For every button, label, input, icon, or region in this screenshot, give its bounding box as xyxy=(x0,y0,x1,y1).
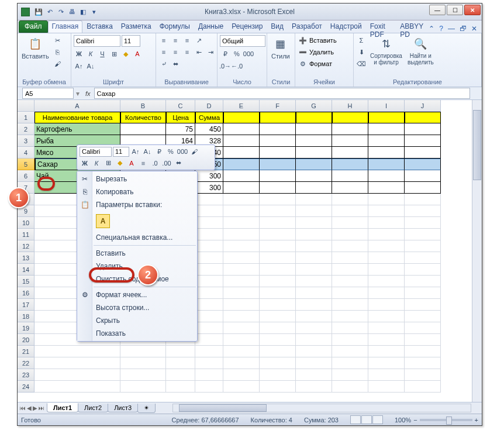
cell[interactable] xyxy=(195,229,223,240)
mini-shrink-icon[interactable]: A↓ xyxy=(142,146,153,157)
cell[interactable] xyxy=(195,357,223,369)
view-normal-icon[interactable] xyxy=(350,415,361,424)
cell[interactable] xyxy=(223,182,260,194)
cell[interactable] xyxy=(405,182,441,194)
font-color-button[interactable]: A xyxy=(132,49,143,59)
cell[interactable] xyxy=(405,346,441,357)
cell[interactable] xyxy=(405,311,441,322)
cell[interactable] xyxy=(223,264,260,276)
paste-values-button[interactable]: A xyxy=(96,214,110,228)
cell[interactable] xyxy=(195,369,223,381)
comma-icon[interactable]: 000 xyxy=(243,49,254,59)
cell[interactable] xyxy=(260,252,296,264)
cells-format-button[interactable]: ⚙Формат xyxy=(298,58,337,69)
cell[interactable] xyxy=(405,357,441,369)
row-header-12[interactable]: 12 xyxy=(18,240,34,252)
cell[interactable] xyxy=(332,159,368,170)
ctx-hide[interactable]: Скрыть xyxy=(77,314,197,327)
cell[interactable] xyxy=(34,381,120,393)
tab-foxit[interactable]: Foxit PDF xyxy=(366,20,396,33)
cell[interactable]: Сумма xyxy=(195,112,223,123)
cell[interactable] xyxy=(296,346,332,357)
name-box[interactable]: A5 xyxy=(22,88,74,99)
cell[interactable] xyxy=(120,381,166,393)
cell[interactable] xyxy=(195,299,223,311)
ctx-insert[interactable]: Вставить xyxy=(77,247,197,260)
cell[interactable] xyxy=(260,147,296,159)
cell[interactable] xyxy=(332,135,368,147)
minimize-button[interactable]: — xyxy=(429,5,446,15)
cell[interactable] xyxy=(332,182,368,194)
col-header-A[interactable]: A xyxy=(34,100,120,112)
cell[interactable] xyxy=(332,252,368,264)
cell[interactable] xyxy=(368,322,405,334)
qat-redo-icon[interactable]: ↷ xyxy=(56,6,66,17)
cell[interactable] xyxy=(332,287,368,299)
row-header-2[interactable]: 2 xyxy=(18,123,34,135)
cell[interactable] xyxy=(368,276,405,287)
merge-icon[interactable]: ⬌ xyxy=(170,58,181,69)
copy-icon[interactable]: ⎘ xyxy=(53,47,63,57)
cell[interactable] xyxy=(405,112,441,123)
tab-formulas[interactable]: Формулы xyxy=(156,20,194,33)
new-sheet-button[interactable]: ✴ xyxy=(137,404,156,413)
cell[interactable] xyxy=(332,205,368,217)
cell[interactable] xyxy=(296,170,332,182)
cell[interactable] xyxy=(332,276,368,287)
cell[interactable] xyxy=(368,147,405,159)
cell[interactable] xyxy=(260,229,296,240)
cell[interactable] xyxy=(223,170,260,182)
currency-icon[interactable]: ₽ xyxy=(220,49,230,59)
row-header-19[interactable]: 19 xyxy=(18,322,34,334)
cell[interactable] xyxy=(223,334,260,346)
cell[interactable] xyxy=(296,381,332,393)
cell[interactable] xyxy=(332,264,368,276)
cell[interactable] xyxy=(405,147,441,159)
cell[interactable] xyxy=(296,276,332,287)
mini-incdec-icon[interactable]: .0 xyxy=(150,158,160,168)
cell[interactable] xyxy=(368,135,405,147)
cell[interactable] xyxy=(368,240,405,252)
col-header-D[interactable]: D xyxy=(195,100,223,112)
row-header-22[interactable]: 22 xyxy=(18,357,34,369)
cell[interactable] xyxy=(223,217,260,229)
cell[interactable] xyxy=(34,369,120,381)
mini-decdec-icon[interactable]: .00 xyxy=(161,158,172,168)
cell[interactable] xyxy=(260,170,296,182)
cut-icon[interactable]: ✂ xyxy=(53,35,63,46)
cell[interactable] xyxy=(260,135,296,147)
cell[interactable] xyxy=(223,322,260,334)
cell[interactable] xyxy=(260,381,296,393)
cell[interactable] xyxy=(296,135,332,147)
align-bot-icon[interactable]: ≡ xyxy=(182,35,192,46)
cell[interactable] xyxy=(405,381,441,393)
cell[interactable] xyxy=(405,205,441,217)
cell[interactable] xyxy=(296,194,332,205)
col-header-I[interactable]: I xyxy=(368,100,405,112)
sheet-tab-3[interactable]: Лист3 xyxy=(108,404,138,412)
cell[interactable] xyxy=(296,159,332,170)
row-header-13[interactable]: 13 xyxy=(18,252,34,264)
mini-format-painter-icon[interactable]: 🖌 xyxy=(189,146,199,157)
qat-more-icon[interactable]: ▾ xyxy=(89,6,99,17)
cell[interactable] xyxy=(260,357,296,369)
cell[interactable] xyxy=(195,194,223,205)
cell[interactable] xyxy=(368,264,405,276)
find-select-button[interactable]: 🔍 Найти и выделить xyxy=(406,35,436,67)
cell[interactable]: 75 xyxy=(166,123,195,135)
cell[interactable] xyxy=(260,205,296,217)
mini-percent-icon[interactable]: % xyxy=(165,146,176,157)
cell[interactable] xyxy=(332,123,368,135)
ctx-paste-special[interactable]: Специальная вставка... xyxy=(77,231,197,244)
cell[interactable] xyxy=(368,194,405,205)
cell[interactable] xyxy=(332,240,368,252)
cell[interactable] xyxy=(260,287,296,299)
formula-input[interactable]: Сахар xyxy=(94,88,470,99)
cell[interactable] xyxy=(260,240,296,252)
mini-merge-icon[interactable]: ⬌ xyxy=(173,158,184,168)
paste-button[interactable]: 📋 Вставить xyxy=(20,35,51,61)
cell[interactable] xyxy=(368,299,405,311)
row-header-16[interactable]: 16 xyxy=(18,287,34,299)
cell[interactable] xyxy=(368,287,405,299)
cell[interactable] xyxy=(368,123,405,135)
